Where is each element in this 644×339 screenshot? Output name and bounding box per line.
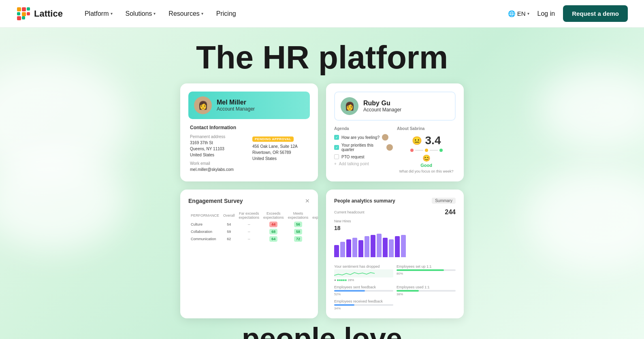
survey-table-body: Culture 54 -- 44 56 42 62 Collaboration …: [189, 221, 318, 242]
headcount-row: Current headcount 244: [334, 209, 456, 216]
summary-button[interactable]: Summary: [432, 198, 456, 204]
ruby-avatar: 👩: [341, 97, 358, 115]
nav-links: Platform ▾ Solutions ▾ Resources ▾ Prici…: [79, 7, 508, 21]
add-item[interactable]: + Add talking point: [334, 162, 393, 166]
col-exceeds: Exceedsexpectations: [262, 211, 286, 220]
close-icon[interactable]: ✕: [305, 198, 310, 204]
checkbox-checked-2: ✓: [334, 145, 339, 150]
nav-solutions[interactable]: Solutions ▾: [120, 7, 162, 21]
col-meets: Meetsexpectations: [286, 211, 310, 220]
survey-header: Engagement Survey ✕: [188, 198, 310, 204]
new-hires-value: 18: [334, 225, 456, 231]
analytics-header: People analytics summary Summary: [334, 198, 456, 204]
nav-resources[interactable]: Resources ▾: [163, 7, 209, 21]
dot-yellow: [425, 149, 428, 152]
engagement-survey-card: Engagement Survey ✕ PERFORMANCE Overall …: [180, 190, 318, 318]
bar-chart-section: New Hires 18: [334, 219, 456, 261]
setup-metric: Employees set up 1:1 80%: [397, 264, 456, 282]
survey-row-culture: Culture 54 -- 44 56 42 62: [189, 221, 318, 228]
collaboration-label: Collaboration: [189, 228, 221, 235]
nav-platform[interactable]: Platform ▾: [79, 7, 118, 21]
globe-icon: 🌐: [508, 10, 516, 17]
pending-badge: PENDING APPROVAL: [252, 136, 294, 142]
chevron-down-icon: ▾: [527, 11, 529, 16]
nav-pricing[interactable]: Pricing: [211, 7, 242, 21]
new-address-col: PENDING APPROVAL 456 Oak Lane, Suite 12A…: [252, 134, 308, 173]
people-analytics-card: People analytics summary Summary Current…: [326, 190, 464, 318]
mel-profile-info: Mel Miller Account Manager: [217, 99, 255, 112]
request-demo-button[interactable]: Request a demo: [563, 5, 628, 22]
ruby-role: Account Manager: [363, 107, 401, 113]
about-title: About Sabrina: [397, 126, 456, 131]
language-selector[interactable]: 🌐 EN ▾: [508, 10, 529, 17]
agenda-title: Agenda: [334, 126, 393, 131]
contact-title: Contact Information: [190, 125, 308, 130]
rating-dots: [397, 149, 456, 152]
culture-overall: 54: [222, 221, 237, 228]
cloud-decoration-3: [539, 68, 644, 149]
svg-rect-4: [22, 12, 26, 16]
svg-rect-1: [22, 7, 26, 11]
mel-role: Account Manager: [217, 106, 255, 112]
col-performance: PERFORMANCE: [189, 211, 221, 220]
cards-grid: 👩 Mel Miller Account Manager Contact Inf…: [180, 83, 464, 318]
agenda-col: Agenda ✓ How are you feeling? ✓ Your pri…: [334, 126, 393, 173]
what-focus: What did you focus on this week?: [397, 169, 456, 173]
agenda-item-1: ✓ How are you feeling?: [334, 134, 393, 141]
col-overall: Overall: [222, 211, 237, 220]
agenda-item-2: ✓ Your priorities this quarter: [334, 143, 393, 152]
logo[interactable]: Lattice: [16, 6, 63, 21]
good-label: Good: [397, 163, 456, 168]
address-label: Permanent address: [190, 134, 246, 139]
svg-rect-3: [17, 12, 20, 15]
survey-title: Engagement Survey: [188, 198, 243, 204]
rating-number: 3.4: [425, 134, 441, 147]
chevron-down-icon: ▾: [154, 11, 156, 16]
new-hires-label: New Hires: [334, 219, 456, 223]
chevron-down-icon: ▾: [201, 11, 203, 16]
headcount-label: Current headcount: [334, 210, 365, 214]
sentiment-chart: [334, 269, 393, 277]
work-email-label: Work email: [190, 161, 246, 166]
logo-text: Lattice: [34, 9, 63, 19]
hero-title-line2: people love: [188, 322, 456, 339]
received-label: Employees received feedback: [334, 299, 393, 303]
culture-label: Culture: [189, 221, 221, 228]
navbar: Lattice Platform ▾ Solutions ▾ Resources…: [0, 0, 644, 28]
sentiment-label: Your sentiment has dropped: [334, 264, 393, 269]
used-metric: Employees used 1:1 38%: [397, 285, 456, 296]
ruby-profile-header: 👩 Ruby Gu Account Manager: [334, 92, 456, 121]
work-email-value: mel.miller@skylabs.com: [190, 166, 246, 173]
chevron-down-icon: ▾: [111, 11, 113, 16]
survey-row-communication: Communication 62 -- 64 72 44 68: [189, 236, 318, 242]
survey-table: PERFORMANCE Overall Far exceedsexpectati…: [188, 210, 318, 243]
about-col: About Sabrina 😐 3.4: [397, 126, 456, 173]
cloud-decoration-4: [527, 169, 644, 271]
svg-rect-7: [22, 16, 25, 19]
col-far-exceeds: Far exceedsexpectations: [237, 211, 261, 220]
feedback-sent-metric: Employees sent feedback 52%: [334, 285, 393, 296]
svg-rect-0: [17, 7, 21, 11]
setup-label: Employees set up 1:1: [397, 264, 456, 269]
agenda-item-3: PTO request: [334, 154, 393, 159]
analytics-title: People analytics summary: [334, 198, 395, 204]
checkbox-checked: ✓: [334, 135, 339, 140]
mini-avatar-1: [382, 134, 388, 141]
ruby-profile-info: Ruby Gu Account Manager: [363, 100, 401, 113]
contact-row: Permanent address 3169 37th St Queens, N…: [190, 134, 308, 173]
headcount-bar-chart: [334, 233, 456, 257]
svg-rect-5: [27, 12, 30, 15]
dot-red: [410, 149, 414, 152]
used-label: Employees used 1:1: [397, 285, 456, 289]
agenda-grid: Agenda ✓ How are you feeling? ✓ Your pri…: [334, 126, 456, 173]
hero-bottom: people love Now with HRIS, Lattice empow…: [188, 322, 456, 339]
ruby-name: Ruby Gu: [363, 100, 401, 107]
feedback-sent-label: Employees sent feedback: [334, 285, 393, 289]
mini-avatar-2: [386, 144, 393, 151]
cloud-decoration-2: [0, 149, 126, 250]
login-link[interactable]: Log in: [537, 10, 555, 17]
checkbox-unchecked: [334, 154, 339, 159]
survey-row-collaboration: Collaboration 59 -- 68 58 64 48: [189, 228, 318, 235]
hero-section: The HR platform 👩 Mel Miller Account Man…: [0, 28, 644, 339]
nav-right: 🌐 EN ▾ Log in Request a demo: [508, 5, 628, 22]
